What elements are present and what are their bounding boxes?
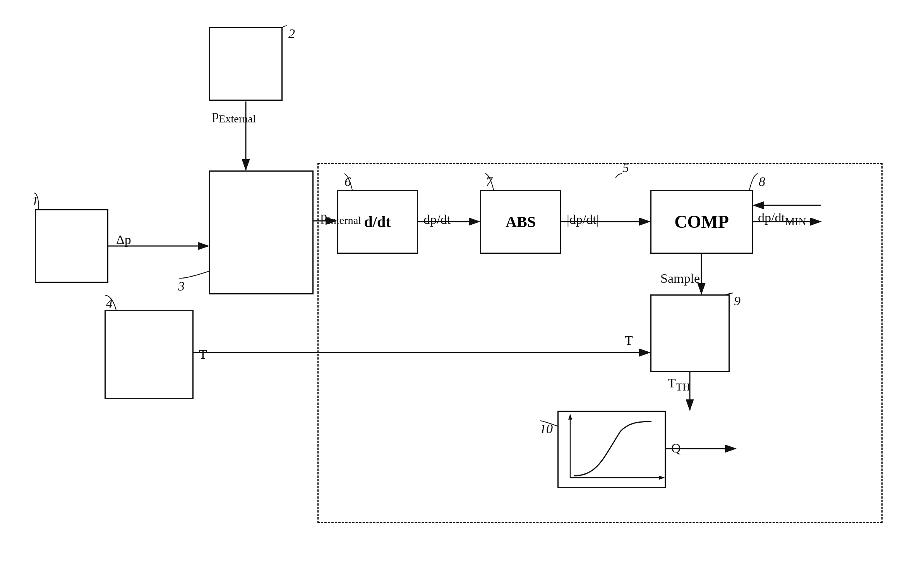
t-label-right: T xyxy=(625,333,633,348)
dp-dt-label: dp/dt xyxy=(423,212,451,227)
abs-dp-dt-label: |dp/dt| xyxy=(567,212,599,227)
ref-6: 6 xyxy=(345,174,351,189)
ref-5: 5 xyxy=(622,160,629,175)
block-1 xyxy=(35,209,108,283)
block-abs-label: ABS xyxy=(506,213,536,231)
t-th-label: TTH xyxy=(668,376,691,393)
svg-marker-3 xyxy=(568,414,572,420)
block-ddt-label: d/dt xyxy=(364,213,391,231)
ref-1: 1 xyxy=(32,194,38,208)
q-label: Q xyxy=(671,441,681,456)
block-sample xyxy=(650,294,730,372)
ref-3: 3 xyxy=(178,279,185,294)
block-4 xyxy=(105,310,194,399)
t-label-left: T xyxy=(199,347,207,362)
p-internal-label: pInternal xyxy=(321,209,361,227)
ref-4: 4 xyxy=(106,296,113,311)
delta-p-label: Δp xyxy=(116,232,131,247)
block-lookup xyxy=(557,411,666,488)
ref-10: 10 xyxy=(540,421,553,436)
p-external-label: pExternal xyxy=(212,108,256,125)
block-abs: ABS xyxy=(480,190,561,254)
ref-7: 7 xyxy=(486,174,492,189)
sample-label: Sample xyxy=(660,271,700,286)
block-2 xyxy=(209,27,283,101)
ref-8: 8 xyxy=(759,174,765,189)
ref-2: 2 xyxy=(288,26,295,41)
block-comp-label: COMP xyxy=(674,212,729,232)
ref-9: 9 xyxy=(734,294,741,308)
block-3 xyxy=(209,170,314,294)
svg-marker-2 xyxy=(659,476,665,480)
block-comp: COMP xyxy=(650,190,753,254)
dp-dt-min-label: dp/dtMIN xyxy=(758,210,806,228)
